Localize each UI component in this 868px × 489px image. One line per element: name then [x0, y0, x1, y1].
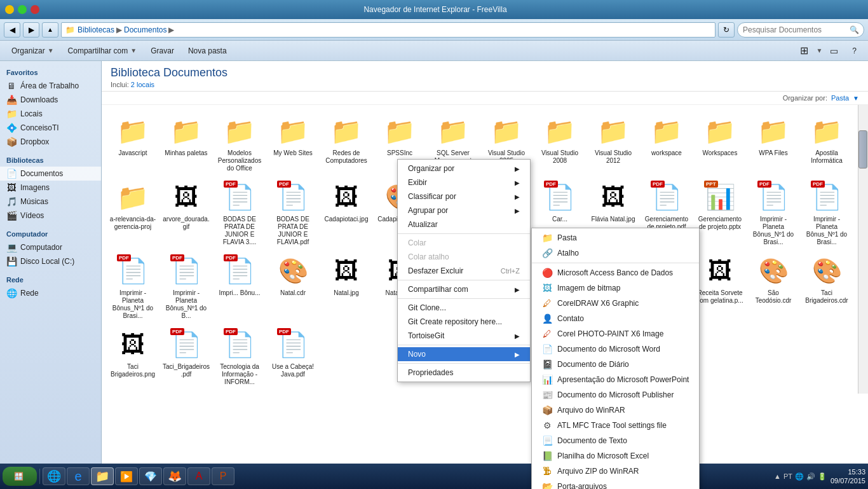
ctx-new-item[interactable]: 📄 Documento do Microsoft Word: [532, 341, 699, 357]
ctx-new-item[interactable]: 📰 Documento do Microsoft Publisher: [532, 387, 699, 403]
file-item[interactable]: 🖼 Natal.jpg: [320, 250, 372, 322]
file-item[interactable]: 📁 Modelos Personalizados do Office: [214, 110, 266, 175]
back-button[interactable]: ◀: [4, 22, 20, 38]
sidebar-item-locais[interactable]: 📁 Locais: [0, 107, 101, 121]
new-folder-button[interactable]: Nova pasta: [182, 43, 233, 59]
file-item[interactable]: 🎨 Natal.cdr: [267, 250, 319, 322]
file-item[interactable]: 🖼 Taci Brigadeiros.png: [107, 324, 159, 389]
file-item[interactable]: 📄 PDF Imprimir - Planeta Bônus_Nº1 do Br…: [801, 176, 853, 249]
file-item[interactable]: 📁 Visual Studio 2012: [587, 110, 639, 175]
file-item[interactable]: 📁 Redes de Computadores: [320, 110, 372, 175]
file-item[interactable]: 📁 workspace: [641, 110, 693, 175]
minimize-button[interactable]: [5, 5, 14, 14]
ctx-new-item[interactable]: 🔗 Atalho: [532, 245, 699, 261]
file-item[interactable]: 📁 Apostila Informática: [801, 110, 853, 175]
up-button[interactable]: ▲: [42, 22, 58, 38]
file-item[interactable]: 📄 PDF Use a Cabeça! Java.pdf: [267, 324, 319, 389]
file-item[interactable]: 📁 Workspaces: [694, 110, 746, 175]
ctx-menu-item[interactable]: Novo▶: [398, 347, 530, 361]
scroll-track[interactable]: [858, 105, 868, 394]
ctx-new-item[interactable]: 👤 Contato: [532, 311, 699, 326]
file-item[interactable]: 🎨 Taci Brigadeiros.cdr: [801, 250, 853, 322]
ctx-new-item[interactable]: 🖼 Imagem de bitmap: [532, 280, 699, 296]
file-item[interactable]: 📄 PDF Impri... Bônu...: [214, 250, 266, 322]
sidebar-item-music[interactable]: 🎵 Músicas: [0, 195, 101, 209]
close-button[interactable]: [31, 5, 39, 14]
ctx-menu-item[interactable]: TortoiseGit▶: [398, 329, 530, 343]
taskbar-pdf[interactable]: A: [187, 467, 210, 485]
ctx-menu-item[interactable]: Classificar por▶: [398, 189, 530, 203]
sidebar-item-dropbox[interactable]: 📦 Dropbox: [0, 135, 101, 149]
maximize-button[interactable]: [18, 5, 27, 14]
ctx-new-item[interactable]: 🖊 CorelDRAW X6 Graphic: [532, 296, 699, 311]
file-item[interactable]: 📄 PDF BODAS DE PRATA DE JUNIOR E FLAVIA.…: [267, 176, 319, 249]
file-item[interactable]: 📁 WPA Files: [747, 110, 799, 175]
taskbar-app5[interactable]: 💎: [139, 467, 162, 485]
taskbar-ie[interactable]: e: [67, 467, 90, 485]
file-item[interactable]: 📄 PDF Imprimir - Planeta Bônus_Nº1 do Br…: [747, 176, 799, 249]
ctx-new-item[interactable]: ⚙ ATL MFC Trace Tool settings file: [532, 418, 699, 433]
help-button[interactable]: ?: [846, 43, 863, 59]
ctx-new-item[interactable]: 📓 Documento de Diário: [532, 357, 699, 372]
ctx-new-item[interactable]: 📊 Apresentação do Microsoft PowerPoint: [532, 372, 699, 387]
file-item[interactable]: 🖼 arvore_dourada.gif: [160, 176, 212, 249]
refresh-button[interactable]: ↻: [718, 22, 735, 38]
ctx-new-item[interactable]: 📦 Arquivo do WinRAR: [532, 403, 699, 418]
burn-button[interactable]: Gravar: [144, 43, 180, 59]
file-item[interactable]: 📄 PDF Imprimir - Planeta Bônus_Nº1 do Br…: [107, 250, 159, 322]
file-item[interactable]: 📁 Javascript: [107, 110, 159, 175]
share-button[interactable]: Compartilhar com ▼: [62, 43, 144, 59]
ctx-menu-item[interactable]: Git Create repository here...: [398, 315, 530, 329]
sidebar-item-disk-c[interactable]: 💾 Disco Local (C:): [0, 254, 101, 268]
sidebar-item-videos[interactable]: 🎬 Vídeos: [0, 209, 101, 223]
taskbar-firefox[interactable]: 🦊: [163, 467, 186, 485]
view-options-button[interactable]: ⊞: [794, 43, 815, 59]
ctx-new-item[interactable]: 📁 Pasta: [532, 230, 699, 245]
ctx-menu-item[interactable]: Desfazer ExcluirCtrl+Z: [398, 264, 530, 278]
file-item[interactable]: 📄 PDF Tecnologia da Informação - INFORM.…: [214, 324, 266, 389]
taskbar-powerpoint[interactable]: P: [212, 467, 234, 485]
file-item[interactable]: 📄 PDF Imprimir - Planeta Bônus_Nº1 do B.…: [160, 250, 212, 322]
sidebar-item-computer[interactable]: 💻 Computador: [0, 240, 101, 254]
file-item[interactable]: 📄 PDF Taci_Brigadeiros.pdf: [160, 324, 212, 389]
file-item[interactable]: 🎨 São Teodósio.cdr: [747, 250, 799, 322]
ctx-new-item[interactable]: 🔴 Microsoft Access Banco de Dados: [532, 265, 699, 280]
file-item[interactable]: 📊 PPT Gerenciamento de projeto.pptx: [694, 176, 746, 249]
ctx-new-item[interactable]: 🖊 Corel PHOTO-PAINT X6 Image: [532, 326, 699, 341]
sidebar-item-images[interactable]: 🖼 Imagens: [0, 181, 101, 195]
path-segment-1[interactable]: Bibliotecas: [78, 25, 114, 34]
sidebar-item-downloads[interactable]: 📥 Downloads: [0, 93, 101, 107]
file-item[interactable]: 📁 a-relevancia-da-gerencia-proj: [107, 176, 159, 249]
file-item[interactable]: 📄 PDF BODAS DE PRATA DE JUNIOR E FLAVIA …: [214, 176, 266, 249]
file-item[interactable]: 🖼 Cadapiotaci.jpg: [320, 176, 372, 249]
sidebar-item-desktop[interactable]: 🖥 Área de Trabalho: [0, 79, 101, 93]
ctx-menu-item[interactable]: Organizar por▶: [398, 162, 530, 176]
ctx-menu-item[interactable]: Agrupar por▶: [398, 203, 530, 217]
address-path[interactable]: 📁 Bibliotecas ▶ Documentos ▶: [61, 22, 715, 38]
locations-link[interactable]: 2 locais: [131, 81, 154, 88]
taskbar-media[interactable]: ▶️: [115, 467, 138, 485]
preview-button[interactable]: ▭: [824, 43, 844, 59]
organize-button[interactable]: Organizar ▼: [5, 43, 60, 59]
sidebar-item-documents[interactable]: 📄 Documentos: [0, 167, 101, 181]
taskbar-explorer[interactable]: 📁: [91, 467, 114, 485]
ctx-menu-item[interactable]: Atualizar: [398, 217, 530, 231]
forward-button[interactable]: ▶: [23, 22, 39, 38]
start-button[interactable]: 🪟: [3, 467, 37, 486]
ctx-menu-item[interactable]: Exibir▶: [398, 176, 530, 189]
path-segment-2[interactable]: Documentos: [124, 25, 166, 34]
sidebar-item-conceisoti[interactable]: 💠 ConceisoTI: [0, 121, 101, 135]
file-item[interactable]: 🖼 Receita Sorvete com gelatina.p...: [694, 250, 746, 322]
ctx-new-item[interactable]: 📃 Documento de Texto: [532, 433, 699, 448]
ctx-menu-item[interactable]: Git Clone...: [398, 301, 530, 315]
scroll-thumb[interactable]: [858, 130, 867, 169]
ctx-new-item[interactable]: 🗜 Arquivo ZIP do WinRAR: [532, 464, 699, 479]
taskbar-chrome[interactable]: 🌐: [43, 467, 65, 485]
file-item[interactable]: 📁 My Web Sites: [267, 110, 319, 175]
search-input[interactable]: [737, 22, 864, 38]
organize-value[interactable]: Pasta: [831, 94, 849, 102]
ctx-new-item[interactable]: 📗 Planilha do Microsoft Excel: [532, 448, 699, 464]
file-item[interactable]: 📁 Minhas paletas: [160, 110, 212, 175]
sidebar-item-network[interactable]: 🌐 Rede: [0, 286, 101, 300]
ctx-new-item[interactable]: 📂 Porta-arquivos: [532, 479, 699, 489]
